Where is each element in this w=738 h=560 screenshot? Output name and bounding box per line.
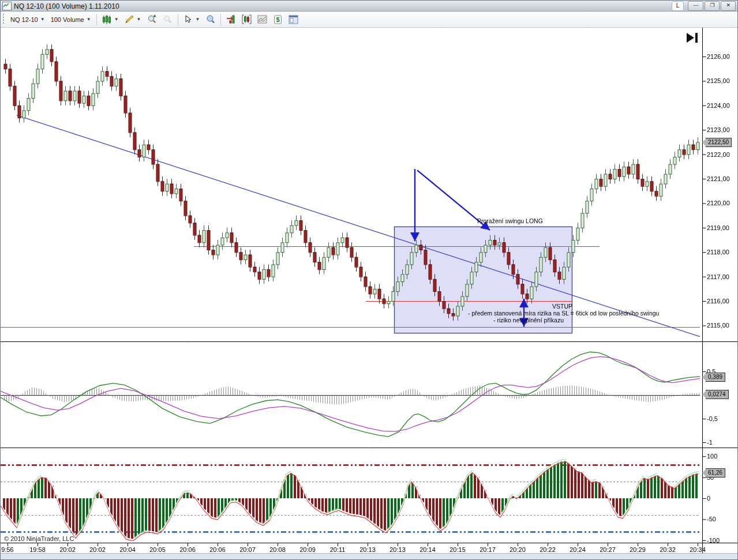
zoom-window-icon	[205, 14, 215, 24]
price-axis-label: 2118,00	[707, 249, 729, 255]
time-axis-label: 20:05	[149, 546, 166, 553]
annotation-entry-line2: - riziko nevyplnění příkazu	[493, 317, 564, 324]
data-series-button[interactable]	[239, 13, 254, 25]
time-axis-label: 20:22	[540, 546, 556, 553]
chart-trader-icon	[289, 14, 298, 24]
time-axis-label: 20:08	[269, 546, 286, 553]
time-axis-label: 20:20	[510, 546, 526, 553]
close-button[interactable]: ✕	[721, 1, 736, 11]
price-axis-label: 2124,00	[707, 102, 730, 109]
app-chart-icon	[2, 2, 12, 10]
price-axis-label: 2121,00	[707, 175, 730, 182]
restore-button[interactable]: ❐	[705, 1, 720, 11]
ninjatrader-chart-window: NQ 12-10 (100 Volume) 1.11.2010 L — ❐ ✕ …	[0, 0, 738, 560]
price-axis-label: 2116,00	[707, 298, 729, 305]
toolbar: NQ 12-10 ▼ 100 Volume ▼ ▼ ▼	[1, 12, 737, 28]
zoom-in-button[interactable]	[144, 13, 160, 25]
chevron-down-icon: ▼	[87, 17, 91, 22]
instrument-selector[interactable]: NQ 12-10 ▼	[8, 15, 48, 24]
cursor-button[interactable]: ▼	[181, 13, 203, 25]
chevron-down-icon: ▼	[196, 17, 200, 22]
time-axis-label: 20:11	[330, 546, 346, 553]
chevron-down-icon: ▼	[114, 17, 119, 22]
indicators-button[interactable]	[254, 13, 270, 25]
price-axis-label: 2126,00	[707, 53, 730, 60]
chart-trader-button[interactable]	[286, 13, 301, 25]
time-axis-label: 20:15	[449, 546, 466, 553]
link-button[interactable]: L	[672, 1, 684, 11]
time-axis-label: 20:13	[359, 546, 376, 553]
instrument-label: NQ 12-10	[10, 16, 38, 23]
copyright-text: © 2010 NinjaTrader, LLC	[4, 535, 74, 542]
chevron-down-icon: ▼	[40, 17, 45, 22]
time-axis-label: 20:07	[239, 546, 256, 553]
time-axis-label: 20:27	[600, 546, 616, 553]
osc-axis-label: -50	[707, 516, 716, 523]
time-axis-label: 20:29	[630, 546, 646, 553]
play-to-end-icon[interactable]	[685, 33, 700, 43]
pencil-draw-icon	[125, 14, 134, 24]
zoom-window-button[interactable]	[203, 13, 218, 25]
svg-text:$: $	[276, 16, 280, 23]
time-axis-label: 9:56	[1, 546, 13, 553]
zoom-out-icon	[163, 14, 173, 24]
chart-style-button[interactable]	[223, 13, 239, 25]
chart-canvas[interactable]	[1, 28, 738, 560]
time-axis-label: 20:34	[690, 546, 706, 553]
title-bar: NQ 12-10 (100 Volume) 1.11.2010 L — ❐ ✕	[1, 1, 737, 12]
time-axis-label: 20:32	[660, 546, 676, 553]
draw-button[interactable]: ▼	[122, 13, 144, 25]
strategies-icon: $	[273, 14, 283, 24]
interval-label: 100 Volume	[51, 16, 84, 23]
time-axis-label: 20:09	[299, 546, 316, 553]
candlestick-style-button[interactable]: ▼	[99, 13, 122, 25]
data-series-icon	[242, 14, 252, 24]
price-axis-label: 2115,00	[707, 322, 729, 329]
time-axis-label: 20:06	[209, 546, 226, 553]
osc-axis-label: -100	[707, 537, 720, 544]
time-axis-label: 20:04	[119, 546, 136, 553]
window-title: NQ 12-10 (100 Volume) 1.11.2010	[14, 2, 671, 10]
toolbar-separator	[178, 14, 178, 25]
chart-area: 2126,002125,002124,002123,002122,002121,…	[1, 28, 738, 560]
time-axis-label: 20:14	[419, 546, 436, 553]
time-axis-label: 20:24	[570, 546, 586, 553]
strategies-button[interactable]: $	[270, 13, 286, 25]
annotation-breakout: Proražení swingu LONG	[477, 217, 543, 224]
time-axis-label: 20:02	[59, 546, 76, 553]
macd-axis-label: -1	[707, 439, 713, 446]
time-axis-label: 20:17	[479, 546, 496, 553]
macd-value-tag: 0,389	[706, 373, 725, 382]
annotation-entry-line1: - předem stanovená míra rizika na SL = 6…	[468, 310, 659, 317]
zoom-out-button[interactable]	[160, 13, 175, 25]
osc-axis-label: 0	[707, 495, 710, 502]
chart-style-icon	[226, 14, 236, 24]
price-axis-label: 2117,00	[707, 273, 729, 280]
interval-selector[interactable]: 100 Volume ▼	[48, 15, 94, 24]
price-axis-label: 2119,00	[707, 224, 729, 231]
osc-value-tag: 61,26	[706, 468, 725, 478]
price-axis-label: 2125,00	[707, 77, 730, 84]
macd-axis-label: -0,5	[707, 415, 718, 422]
time-axis-label: 19:58	[29, 546, 46, 553]
time-axis-label: 20:06	[179, 546, 196, 553]
zoom-in-icon	[147, 14, 157, 24]
indicators-icon	[257, 14, 267, 24]
window-bottom-strip	[1, 553, 738, 560]
toolbar-separator	[96, 14, 97, 25]
price-axis-label: 2122,00	[707, 151, 730, 158]
time-axis-label: 20:13	[389, 546, 406, 553]
price-value-tag: 2122,50	[706, 138, 732, 147]
candlestick-style-icon	[102, 14, 112, 24]
annotation-entry-title: VSTUP	[552, 303, 572, 310]
cursor-pointer-icon	[183, 14, 193, 24]
price-axis-label: 2123,00	[707, 126, 730, 133]
minimize-button[interactable]: —	[688, 1, 703, 11]
osc-axis-label: 100	[707, 453, 717, 460]
price-axis-label: 2120,00	[707, 200, 730, 206]
toolbar-grip[interactable]	[2, 14, 6, 25]
macd-value-tag: 0,0274	[706, 390, 729, 399]
toolbar-separator	[220, 14, 221, 25]
chevron-down-icon: ▼	[137, 17, 141, 22]
time-axis-label: 20:02	[89, 546, 106, 553]
